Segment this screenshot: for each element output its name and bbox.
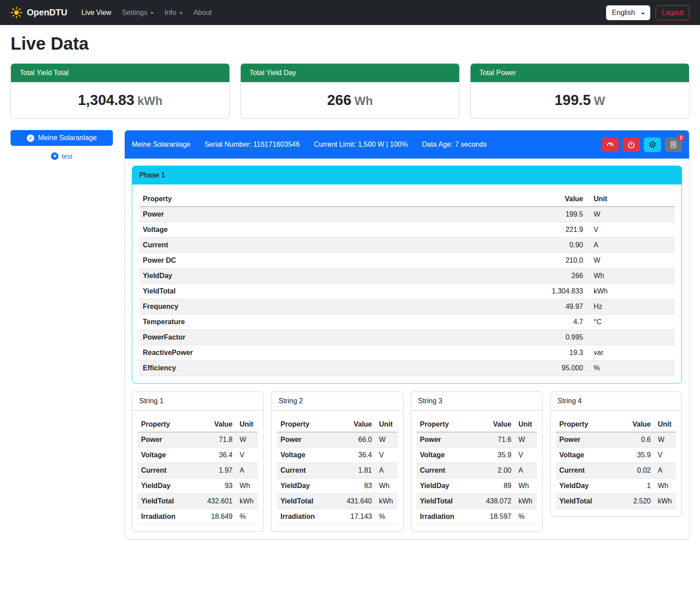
inverter-panel-header: Meine Solaranlage Serial Number: 1161716… (125, 130, 689, 159)
column-header-property: Property (556, 417, 616, 432)
property-cell: Temperature (139, 315, 407, 330)
unit-cell: W (515, 432, 537, 448)
inverter-name: Meine Solaranlage (132, 141, 190, 148)
column-header-property: Property (277, 417, 332, 432)
unit-cell: W (587, 253, 675, 268)
header-row: Property Value Unit (277, 417, 397, 432)
unit-cell: kWh (654, 494, 676, 509)
inverter-select-button[interactable]: ✓ Meine Solaranlage (11, 130, 113, 146)
value-cell: 17.143 (332, 509, 376, 525)
value-cell: 4.7 (407, 315, 587, 330)
nav-info[interactable]: Info (159, 5, 188, 20)
string-3-table: Property Value Unit Power71.6WVoltage35.… (417, 417, 537, 525)
property-cell: Current (417, 463, 472, 478)
string-4-table: Property Value Unit Power0.6WVoltage35.9… (556, 417, 676, 509)
table-body: Power66.0WVoltage36.4VCurrent1.81AYieldD… (277, 432, 397, 525)
table-row: YieldDay93Wh (138, 478, 258, 494)
value-cell: 1.97 (193, 463, 236, 478)
nav-about[interactable]: About (188, 5, 217, 20)
string-2-body: Property Value Unit Power66.0WVoltage36.… (272, 411, 403, 532)
language-select[interactable]: English (606, 5, 650, 20)
column-header-unit: Unit (587, 192, 675, 207)
table-row: YieldDay1Wh (556, 478, 676, 494)
property-cell: YieldDay (277, 478, 332, 494)
property-cell: YieldDay (417, 478, 472, 494)
nav-live-view[interactable]: Live View (76, 5, 116, 20)
unit-cell: Wh (515, 478, 537, 494)
table-row: Irradiation18.649% (138, 509, 258, 525)
table-body: Power71.8WVoltage36.4VCurrent1.97AYieldD… (138, 432, 258, 525)
page-title: Live Data (11, 34, 689, 54)
column-header-value: Value (193, 417, 236, 432)
string-2-card: String 2 Property Value Unit (271, 391, 403, 532)
logout-button[interactable]: Logout (656, 5, 689, 20)
limit-settings-button[interactable] (602, 137, 619, 152)
inverter-select-label: Meine Solaranlage (38, 134, 97, 142)
table-row: Power199.5W (139, 207, 675, 222)
power-control-button[interactable] (623, 137, 640, 152)
page-container: Live Data Total Yield Total 1,304.83kWh … (0, 25, 700, 552)
value-cell: 36.4 (332, 448, 376, 463)
table-row: Current0.90A (139, 238, 675, 253)
unit-cell: W (587, 207, 675, 222)
chevron-down-icon (641, 13, 645, 14)
value-cell: 18.649 (193, 509, 236, 525)
inverter-item-test[interactable]: ✕ test (11, 152, 113, 160)
property-cell: YieldTotal (139, 284, 407, 299)
table-row: Voltage35.9V (417, 448, 537, 463)
unit-cell: V (654, 448, 676, 463)
property-cell: Current (277, 463, 332, 478)
brand[interactable]: OpenDTU (11, 7, 67, 18)
total-power-value: 199.5 (555, 92, 591, 108)
device-info-button[interactable] (644, 137, 661, 152)
property-cell: Power (556, 432, 616, 448)
table-row: ReactivePower19.3var (139, 345, 675, 361)
column-header-unit: Unit (236, 417, 258, 432)
speedometer-icon (606, 141, 614, 149)
unit-cell: Wh (236, 478, 258, 494)
event-count-badge: 2 (678, 134, 685, 141)
navbar-right: English Logout (606, 5, 689, 20)
card-value-row: 199.5W (471, 82, 689, 118)
header-row: Property Value Unit (139, 192, 675, 207)
property-cell: ReactivePower (139, 345, 407, 361)
unit-cell: % (376, 509, 398, 525)
value-cell: 1 (616, 478, 654, 494)
table-head: Property Value Unit (139, 192, 675, 207)
property-cell: YieldDay (138, 478, 193, 494)
value-cell: 438.072 (472, 494, 515, 509)
strings-grid: String 1 Property Value Unit (132, 391, 682, 532)
value-cell: 431.640 (332, 494, 376, 509)
phase-1-card: Phase 1 Property Value Unit Power199.5WV… (132, 166, 682, 384)
property-cell: Voltage (417, 448, 472, 463)
event-log-button[interactable]: 2 (665, 137, 682, 152)
table-row: YieldTotal431.640kWh (277, 494, 397, 509)
table-row: Voltage36.4V (277, 448, 397, 463)
property-cell: Current (139, 238, 407, 253)
sun-icon (11, 7, 22, 18)
string-4-card: String 4 Property Value Unit (550, 391, 682, 517)
value-cell: 35.9 (472, 448, 515, 463)
nav-settings[interactable]: Settings (116, 5, 159, 20)
main-layout: ✓ Meine Solaranlage ✕ test Meine Solaran… (11, 130, 689, 539)
string-3-body: Property Value Unit Power71.6WVoltage35.… (411, 411, 542, 532)
unit-cell: % (587, 361, 675, 376)
value-cell: 19.3 (407, 345, 587, 361)
nav-info-label: Info (164, 9, 176, 17)
summary-cards: Total Yield Total 1,304.83kWh Total Yiel… (11, 63, 689, 119)
column-header-value: Value (407, 192, 587, 207)
chevron-down-icon (179, 12, 183, 14)
property-cell: Voltage (138, 448, 193, 463)
table-row: Power71.6W (417, 432, 537, 448)
unit-cell: % (515, 509, 537, 525)
value-cell: 95.000 (407, 361, 587, 376)
table-row: Voltage36.4V (138, 448, 258, 463)
property-cell: Current (556, 463, 616, 478)
table-row: PowerFactor0.995 (139, 330, 675, 345)
property-cell: Current (138, 463, 193, 478)
table-row: Temperature4.7°C (139, 315, 675, 330)
inverter-panel-body: Phase 1 Property Value Unit Power199.5WV… (125, 159, 689, 539)
value-cell: 89 (472, 478, 515, 494)
table-row: Irradiation17.143% (277, 509, 397, 525)
unit-cell: kWh (236, 494, 258, 509)
